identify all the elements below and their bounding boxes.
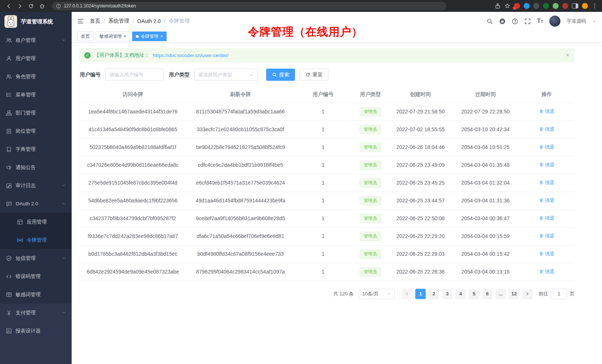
- sidebar-item-5[interactable]: 部门管理: [0, 104, 72, 122]
- browser-menu-icon[interactable]: [592, 3, 598, 9]
- force-logout-button[interactable]: 强退: [539, 179, 554, 186]
- search-icon[interactable]: [487, 18, 493, 24]
- reset-button[interactable]: 重置: [300, 69, 328, 81]
- extension-icon[interactable]: [514, 3, 520, 9]
- sidebar-item-3[interactable]: 角色管理: [0, 67, 72, 86]
- sidebar-item-1[interactable]: 租户管理: [0, 31, 72, 49]
- page-button-12[interactable]: 12: [509, 289, 519, 299]
- extension-icon[interactable]: [553, 3, 559, 9]
- sidebar-item-2[interactable]: 用户管理: [0, 49, 72, 67]
- force-logout-button[interactable]: 强退: [539, 144, 554, 150]
- goto-suffix: 页: [570, 291, 575, 297]
- user-id-input[interactable]: [105, 69, 164, 81]
- sidebar-item-9[interactable]: 审计日志: [0, 176, 72, 195]
- close-tab-icon[interactable]: ×: [124, 34, 126, 39]
- url-bar[interactable]: 127.0.0.1:1024/system/oauth2/token: [52, 2, 446, 10]
- page-button-4[interactable]: 4: [455, 289, 466, 299]
- page-size-select[interactable]: 10条/页: [359, 289, 395, 299]
- force-logout-button[interactable]: 强退: [539, 108, 554, 115]
- sidebar-item-7[interactable]: 字典管理: [0, 140, 72, 158]
- force-logout-button[interactable]: 强退: [539, 268, 554, 275]
- search-button[interactable]: 搜索: [266, 69, 295, 81]
- sidebar-item-15[interactable]: 报表设计器: [0, 322, 72, 340]
- page-button-1[interactable]: 1: [415, 289, 426, 299]
- close-tab-icon[interactable]: ×: [160, 34, 163, 39]
- help-icon[interactable]: [512, 18, 518, 24]
- bookmark-star-icon[interactable]: [504, 3, 510, 9]
- alert-doc-link[interactable]: https://doc.iocoder.cn/user-center/: [153, 53, 229, 58]
- refresh-icon: [305, 72, 310, 77]
- browser-profile-avatar[interactable]: [582, 3, 588, 9]
- app-title: 芋道管理系统: [21, 18, 53, 25]
- table-row: c342377bf8b344799dcbf7bf095287f29ce8ef2a…: [79, 209, 575, 227]
- side-panel-icon[interactable]: [572, 3, 578, 9]
- sidebar-item-10[interactable]: OAuth 2.0: [0, 195, 72, 213]
- sidebar-item-8[interactable]: 通知公告: [0, 158, 72, 176]
- force-logout-button[interactable]: 强退: [539, 215, 554, 222]
- collapse-sidebar-icon[interactable]: [77, 18, 84, 24]
- breadcrumb-item[interactable]: OAuth 2.0: [137, 18, 161, 24]
- extension-icon[interactable]: [543, 3, 549, 9]
- prev-page-button[interactable]: [402, 289, 412, 299]
- sidebar-item-label: 字典管理: [16, 146, 36, 153]
- forward-button[interactable]: [15, 1, 24, 11]
- close-alert-icon[interactable]: ×: [566, 52, 569, 59]
- username[interactable]: 芋道源码: [567, 18, 586, 24]
- expire-time-cell: 2054-03-04 00:15:42: [452, 245, 519, 263]
- column-header: 刷新令牌: [187, 87, 294, 103]
- github-icon[interactable]: [499, 18, 506, 24]
- tab-2[interactable]: 敏感词管理×: [96, 32, 130, 41]
- filter-bar: 用户编号 用户类型 请选择用户类型 搜索 重置: [79, 69, 575, 81]
- sidebar-menu: 租户管理用户管理角色管理菜单管理部门管理岗位管理字典管理通知公告审计日志OAut…: [0, 31, 72, 304]
- back-button[interactable]: [4, 1, 13, 11]
- force-logout-button[interactable]: 强退: [539, 162, 554, 168]
- site-info-icon[interactable]: [56, 4, 61, 9]
- share-icon[interactable]: [495, 3, 501, 9]
- chevron-down-icon[interactable]: [592, 19, 596, 23]
- goto-page-input[interactable]: [551, 289, 567, 299]
- pagination-more[interactable]: ...: [495, 289, 506, 299]
- top-header: 首页/系统管理/OAuth 2.0/令牌管理 TT 芋道源码: [72, 12, 602, 30]
- sidebar-item-label: 菜单管理: [16, 92, 36, 98]
- extension-icon[interactable]: [562, 3, 568, 9]
- page-button-6[interactable]: 6: [482, 289, 493, 299]
- user-type-label: 用户类型: [169, 72, 190, 78]
- force-logout-button[interactable]: 强退: [539, 251, 554, 257]
- tab-3[interactable]: 令牌管理×: [132, 32, 167, 41]
- reset-button-label: 重置: [313, 72, 323, 78]
- tab-label: 首页: [81, 33, 90, 40]
- user-id-cell: 1: [294, 156, 352, 174]
- force-logout-button[interactable]: 强退: [539, 126, 554, 133]
- app-logo-block[interactable]: 芋道管理系统: [0, 12, 72, 31]
- sidebar-item-4[interactable]: 菜单管理: [0, 86, 72, 104]
- next-page-button[interactable]: [522, 289, 533, 299]
- sidebar-item-14[interactable]: 支付管理: [0, 304, 72, 322]
- sidebar-subitem-1[interactable]: 应用管理: [0, 213, 72, 231]
- page-button-2[interactable]: 2: [429, 289, 439, 299]
- extension-icon[interactable]: [533, 3, 539, 9]
- home-button[interactable]: [37, 1, 47, 11]
- breadcrumb-item[interactable]: 首页: [90, 18, 100, 24]
- fullscreen-icon[interactable]: [524, 18, 531, 24]
- font-size-icon[interactable]: TT: [537, 18, 543, 24]
- pagination-total: 共 120 条: [333, 291, 354, 297]
- sidebar-item-13[interactable]: 敏感词管理: [0, 285, 72, 304]
- breadcrumb-item[interactable]: 系统管理: [108, 18, 129, 24]
- oauth-icon: [6, 201, 12, 207]
- sidebar-item-6[interactable]: 岗位管理: [0, 122, 72, 140]
- tab-1[interactable]: 首页: [77, 32, 94, 41]
- sidebar-item-11[interactable]: 短信管理: [0, 249, 72, 267]
- page-button-5[interactable]: 5: [469, 289, 479, 299]
- page-button-3[interactable]: 3: [442, 289, 452, 299]
- sidebar-item-12[interactable]: 错误码管理: [0, 267, 72, 285]
- reload-button[interactable]: [26, 1, 36, 11]
- page-size-value: 10条/页: [362, 291, 379, 297]
- force-logout-button[interactable]: 强退: [539, 197, 554, 204]
- force-logout-button[interactable]: 强退: [539, 233, 554, 239]
- user-type-badge: 管理员: [360, 214, 381, 223]
- extension-icon[interactable]: [524, 3, 530, 9]
- user-avatar[interactable]: [549, 16, 560, 27]
- user-type-select[interactable]: 请选择用户类型: [194, 69, 258, 81]
- table-header-row: 访问令牌刷新令牌用户编号用户类型创建时间过期时间操作: [79, 87, 575, 103]
- sidebar-subitem-2[interactable]: 令牌管理: [0, 231, 72, 249]
